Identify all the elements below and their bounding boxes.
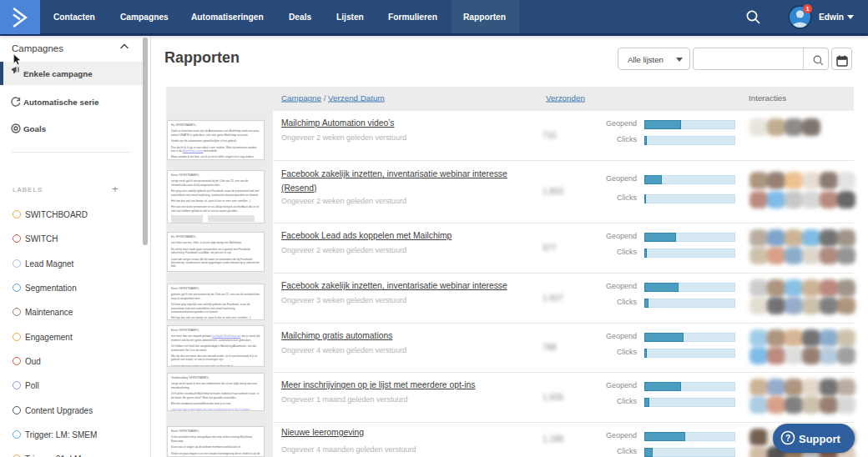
svg-text:?: ?: [785, 434, 790, 443]
